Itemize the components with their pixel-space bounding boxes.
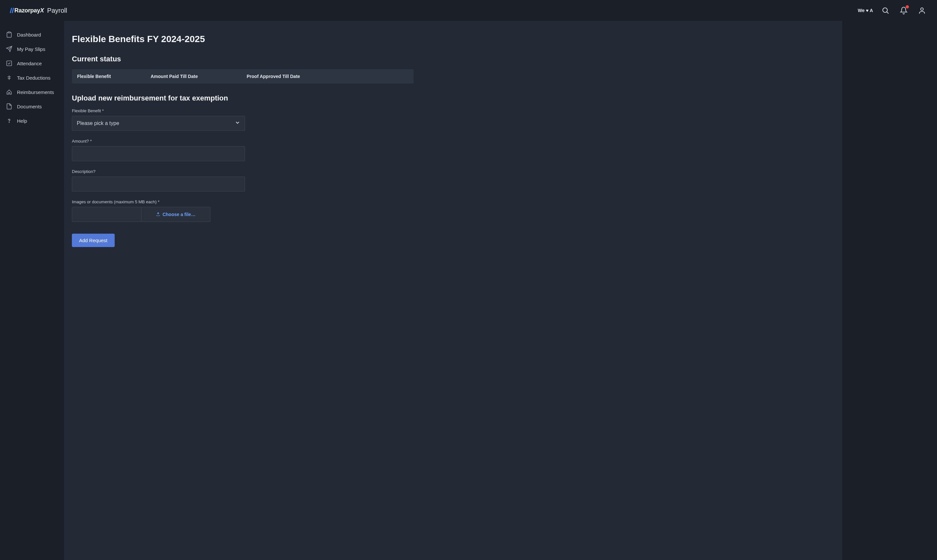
sidebar-item-dashboard[interactable]: Dashboard <box>0 28 64 42</box>
sidebar: Dashboard My Pay Slips Attendance Tax De… <box>0 21 64 560</box>
notifications-icon[interactable] <box>899 6 908 15</box>
amount-label: Amount? * <box>72 139 414 144</box>
sidebar-item-documents[interactable]: Documents <box>0 99 64 114</box>
notification-dot <box>906 5 909 8</box>
heart-text: We ♥ A <box>858 8 873 13</box>
search-icon[interactable] <box>881 6 890 15</box>
col-proof-approved: Proof Approved Till Date <box>247 74 408 79</box>
page-title: Flexible Benefits FY 2024-2025 <box>72 34 414 45</box>
col-amount-paid: Amount Paid Till Date <box>151 74 247 79</box>
sidebar-item-label: Help <box>17 118 27 124</box>
sidebar-item-label: Dashboard <box>17 32 41 37</box>
svg-point-2 <box>921 8 923 11</box>
choose-file-label: Choose a file… <box>162 212 195 217</box>
upload-icon <box>156 212 161 217</box>
sidebar-item-label: Reimbursements <box>17 89 54 95</box>
profile-icon[interactable] <box>917 6 926 15</box>
sidebar-item-label: My Pay Slips <box>17 46 45 52</box>
benefit-select[interactable]: Please pick a type <box>72 116 245 131</box>
svg-rect-4 <box>7 61 12 66</box>
brand-accent: X <box>40 7 44 14</box>
description-input[interactable] <box>72 177 245 192</box>
current-status-title: Current status <box>72 55 414 63</box>
product-name: Payroll <box>47 7 67 14</box>
brand-text: Razorpay <box>14 7 40 14</box>
amount-input[interactable] <box>72 146 245 161</box>
files-label: Images or documents (maximum 5 MB each) … <box>72 199 414 204</box>
svg-rect-3 <box>8 32 11 33</box>
logo[interactable]: RazorpayX Payroll <box>11 7 67 14</box>
sidebar-item-tax-deductions[interactable]: Tax Deductions <box>0 71 64 85</box>
sidebar-item-label: Attendance <box>17 61 42 66</box>
upload-title: Upload new reimbursement for tax exempti… <box>72 94 414 103</box>
sidebar-item-payslips[interactable]: My Pay Slips <box>0 42 64 56</box>
col-flexible-benefit: Flexible Benefit <box>77 74 151 79</box>
sidebar-item-reimbursements[interactable]: Reimbursements <box>0 85 64 99</box>
sidebar-item-label: Tax Deductions <box>17 75 51 81</box>
add-request-button[interactable]: Add Request <box>72 234 115 247</box>
sidebar-item-help[interactable]: Help <box>0 114 64 128</box>
svg-line-1 <box>887 12 889 14</box>
sidebar-item-attendance[interactable]: Attendance <box>0 56 64 71</box>
benefit-placeholder: Please pick a type <box>77 120 119 126</box>
choose-file-button[interactable]: Choose a file… <box>142 212 210 217</box>
chevron-down-icon <box>235 120 240 127</box>
file-name-display <box>72 207 142 222</box>
description-label: Description? <box>72 169 414 174</box>
benefit-label: Flexible Benefit * <box>72 108 414 113</box>
status-table-header: Flexible Benefit Amount Paid Till Date P… <box>72 69 414 83</box>
svg-point-8 <box>9 122 9 122</box>
sidebar-item-label: Documents <box>17 104 42 109</box>
file-upload[interactable]: Choose a file… <box>72 207 210 222</box>
